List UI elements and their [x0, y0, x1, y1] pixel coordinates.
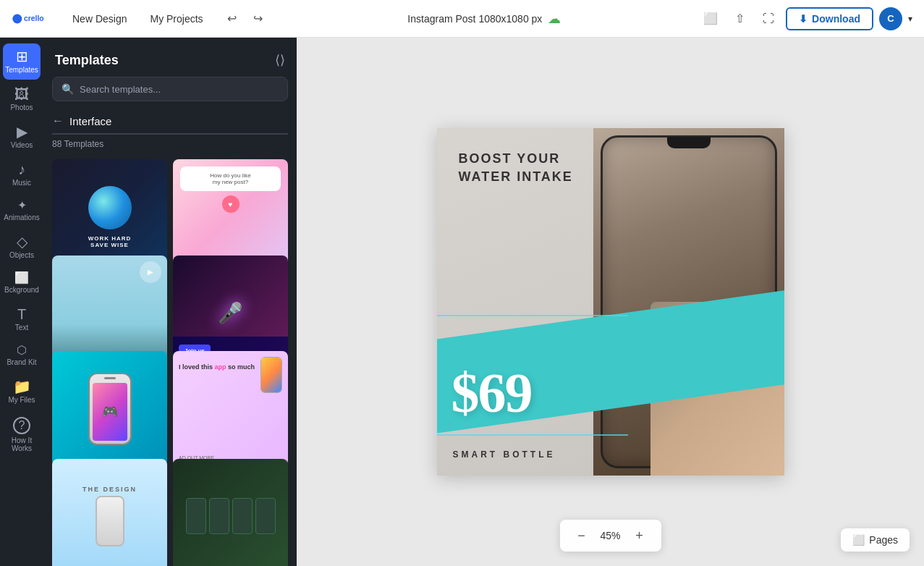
fullscreen-icon-button[interactable]: ⛶	[757, 7, 780, 30]
sidebar-item-videos[interactable]: ▶ Videos	[3, 119, 41, 155]
template-item[interactable]: I loved this app so much AD OUT MORE	[173, 351, 288, 466]
user-avatar-button[interactable]: C	[879, 7, 902, 30]
my-files-icon: 📁	[13, 379, 31, 394]
redo-button[interactable]: ↪	[247, 7, 270, 30]
videos-icon: ▶	[17, 124, 27, 139]
line-top	[437, 315, 628, 316]
sidebar-item-brand-kit[interactable]: ⬡ Brand Kit	[3, 339, 41, 372]
background-icon: ⬜	[14, 272, 29, 284]
panel-title: Templates	[55, 53, 119, 68]
templates-label: Templates	[5, 66, 38, 74]
template-like: ♥	[222, 195, 240, 213]
template-count: 88 Templates	[43, 139, 297, 153]
collapse-panel-button[interactable]: ⟨⟩	[275, 52, 285, 68]
zoom-in-button[interactable]: +	[630, 525, 650, 546]
template-item[interactable]: THE DESIGN	[52, 459, 167, 567]
pages-button[interactable]: ⬜ Pages	[841, 528, 910, 552]
template-bubble: How do you likemy new post?	[180, 166, 281, 191]
canvas-bottom-label: SMART BOTTLE	[453, 449, 556, 460]
top-navigation: crello New Design My Projects ↩ ↪ Instag…	[0, 0, 924, 38]
templates-panel: Templates ⟨⟩ 🔍 ← Interface 88 Templates …	[43, 38, 297, 566]
download-icon: ⬇	[799, 13, 808, 25]
design-canvas[interactable]: BOOST YOUR WATER INTAKE	[437, 128, 784, 476]
present-icon-button[interactable]: ⬜	[699, 7, 722, 30]
search-icon: 🔍	[62, 83, 74, 95]
panel-header: Templates ⟨⟩	[43, 38, 297, 77]
sidebar-item-animations[interactable]: ✦ Animations	[3, 194, 41, 227]
account-menu-chevron[interactable]: ▾	[908, 14, 912, 24]
music-icon: ♪	[18, 162, 25, 177]
text-label: Text	[15, 324, 28, 331]
objects-icon: ◇	[17, 235, 27, 249]
sub-header: ← Interface	[43, 110, 297, 133]
divider	[52, 133, 288, 135]
background-label: Bckground	[4, 286, 39, 294]
objects-label: Objects	[9, 251, 34, 259]
line-bottom	[437, 434, 628, 436]
share-icon-button[interactable]: ⇧	[728, 7, 751, 30]
template-orb	[88, 186, 132, 229]
canvas-headline: BOOST YOUR WATER INTAKE	[459, 150, 573, 186]
pages-label: Pages	[869, 534, 898, 546]
template-label: THE DESIGN	[82, 486, 137, 493]
template-text: WORK HARDSAVE WISE	[88, 235, 132, 248]
sidebar-item-how-it-works[interactable]: ? How It Works	[3, 411, 41, 458]
templates-icon: ⊞	[16, 49, 28, 64]
document-title: Instagram Post 1080x1080 px	[407, 13, 542, 25]
sidebar-item-music[interactable]: ♪ Music	[3, 156, 41, 193]
download-label: Download	[812, 13, 860, 25]
how-it-works-label: How It Works	[6, 436, 38, 452]
pages-icon: ⬜	[852, 534, 865, 546]
back-button[interactable]: ←	[52, 114, 64, 127]
sub-category-title: Interface	[69, 115, 111, 127]
animations-icon: ✦	[17, 200, 27, 211]
template-grid: WORK HARDSAVE WISE How do you likemy new…	[43, 153, 297, 566]
top-right-actions: ⬜ ⇧ ⛶ ⬇ Download C ▾	[699, 7, 912, 30]
phone-notch	[667, 137, 711, 148]
search-bar: 🔍	[52, 77, 288, 101]
my-projects-link[interactable]: My Projects	[144, 10, 208, 28]
sidebar-item-text[interactable]: T Text	[3, 301, 41, 337]
zoom-toolbar: − 45% +	[560, 520, 661, 552]
brand-kit-icon: ⬡	[17, 345, 27, 356]
zoom-level-display: 45%	[598, 530, 624, 541]
undo-redo-group: ↩ ↪	[221, 7, 270, 30]
main-area: ⊞ Templates 🖼 Photos ▶ Videos ♪ Music ✦ …	[0, 38, 924, 566]
photos-icon: 🖼	[14, 87, 29, 101]
svg-text:crello: crello	[24, 14, 44, 22]
animations-label: Animations	[4, 214, 39, 221]
canvas-area: BOOST YOUR WATER INTAKE	[297, 38, 924, 566]
download-button[interactable]: ⬇ Download	[786, 7, 873, 30]
brand-kit-label: Brand Kit	[7, 358, 36, 366]
sidebar-item-background[interactable]: ⬜ Bckground	[3, 266, 41, 300]
videos-label: Videos	[11, 141, 33, 149]
sidebar-item-objects[interactable]: ◇ Objects	[3, 229, 41, 265]
icon-sidebar: ⊞ Templates 🖼 Photos ▶ Videos ♪ Music ✦ …	[0, 38, 43, 566]
template-item[interactable]: 🎮	[52, 351, 167, 466]
document-title-area: Instagram Post 1080x1080 px ☁	[281, 11, 688, 27]
text-icon: T	[17, 307, 26, 321]
my-files-label: My Files	[8, 396, 35, 404]
new-design-link[interactable]: New Design	[67, 10, 132, 28]
crello-logo[interactable]: crello	[12, 9, 49, 28]
sidebar-item-templates[interactable]: ⊞ Templates	[3, 43, 41, 80]
photos-label: Photos	[10, 104, 33, 111]
zoom-out-button[interactable]: −	[572, 525, 592, 546]
search-input[interactable]	[80, 84, 279, 95]
cloud-sync-icon: ☁	[548, 11, 561, 27]
how-it-works-icon: ?	[13, 417, 30, 434]
template-item[interactable]	[173, 459, 288, 567]
price-text: $69	[452, 365, 532, 421]
canvas-wrapper: BOOST YOUR WATER INTAKE	[437, 128, 784, 476]
music-label: Music	[12, 179, 31, 187]
undo-button[interactable]: ↩	[221, 7, 244, 30]
svg-point-0	[12, 14, 22, 23]
sidebar-item-photos[interactable]: 🖼 Photos	[3, 81, 41, 117]
sidebar-item-my-files[interactable]: 📁 My Files	[3, 373, 41, 410]
